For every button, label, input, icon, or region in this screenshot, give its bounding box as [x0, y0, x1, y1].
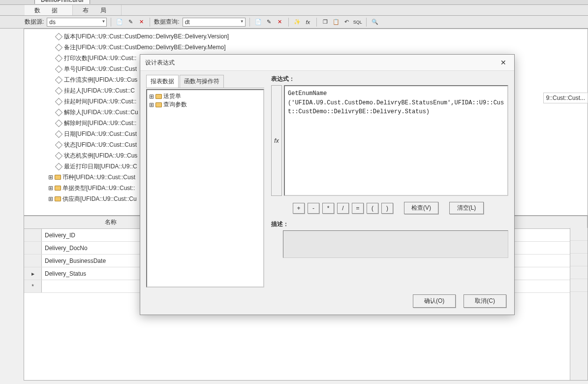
tree-label: 挂起人[UFIDA::U9::Cust::C: [64, 85, 135, 96]
separator: [366, 18, 367, 27]
op-mul[interactable]: *: [322, 203, 334, 214]
diamond-icon: [55, 87, 63, 95]
expr-label: 表达式：: [271, 75, 508, 83]
tree-label: 解除时间[UFIDA::U9::Cust::: [64, 118, 136, 128]
main-tabs: 数 据 布 局: [0, 5, 588, 16]
folder-icon: [55, 186, 61, 191]
toolbar: 数据源: ds ▼ 📄 ✎ ✕ 数据查询: dt ▼ 📄 ✎ ✕ ✨ fx ❐ …: [0, 16, 588, 29]
ok-button[interactable]: 确认(O): [413, 294, 456, 308]
delete2-icon[interactable]: ✕: [276, 18, 284, 27]
expand-icon[interactable]: ⊞: [149, 101, 154, 108]
row-selector[interactable]: [24, 242, 42, 254]
dialog-title: 设计表达式: [145, 59, 175, 67]
tab-data[interactable]: 数 据: [25, 5, 73, 15]
fx-icon[interactable]: fx: [304, 18, 312, 27]
new-icon[interactable]: 📄: [115, 18, 124, 27]
tree-label: 币种[UFIDA::U9::Cust::Cust: [62, 172, 135, 183]
edit2-icon[interactable]: ✎: [265, 18, 274, 27]
expand-icon[interactable]: ⊞: [48, 172, 53, 183]
expression-dialog: 设计表达式 ✕ 报表数据 函数与操作符 ⊞ 送货单 ⊞ 查询参数: [140, 54, 515, 315]
close-icon[interactable]: ✕: [497, 58, 509, 67]
dlg-tab-func[interactable]: 函数与操作符: [180, 75, 224, 88]
separator: [111, 18, 111, 27]
diamond-icon: [55, 130, 63, 138]
tree-label: 状态[UFIDA::U9::Cust::Cust: [64, 139, 137, 150]
dlg-tree-item[interactable]: 送货单: [163, 92, 181, 100]
separator: [288, 18, 289, 27]
op-lpar[interactable]: (: [367, 203, 378, 214]
diamond-icon: [55, 141, 63, 149]
tree-label: 版本[UFIDA::U9::Cust::CustDemo::DelivryBE:…: [64, 31, 229, 42]
dq-label: 数据查询:: [154, 18, 179, 26]
dlg-tree[interactable]: ⊞ 送货单 ⊞ 查询参数: [146, 89, 264, 288]
clear-button[interactable]: 清空(L): [449, 202, 484, 214]
diamond-icon: [55, 119, 63, 127]
diamond-icon: [55, 54, 63, 62]
op-eq[interactable]: =: [352, 203, 364, 214]
paste-icon[interactable]: 📋: [332, 18, 340, 27]
ds-value: ds: [49, 19, 56, 26]
op-div[interactable]: /: [337, 203, 349, 214]
tree-label: 打印次数[UFIDA::U9::Cust::: [64, 53, 136, 64]
op-plus[interactable]: +: [293, 203, 305, 214]
tree-item[interactable]: 版本[UFIDA::U9::Cust::CustDemo::DelivryBE:…: [27, 31, 585, 42]
fx-button[interactable]: fx: [271, 85, 282, 196]
cancel-button[interactable]: 取消(C): [464, 294, 506, 308]
diamond-icon: [55, 162, 63, 170]
wand-icon[interactable]: ✨: [293, 18, 302, 27]
folder-icon: [155, 102, 162, 107]
row-selector[interactable]: [24, 255, 42, 267]
diamond-icon: [55, 152, 63, 160]
file-tab[interactable]: DemoPrint.urdl: [34, 0, 90, 4]
sql-icon[interactable]: SQL: [353, 18, 362, 27]
dlg-tab-data[interactable]: 报表数据: [146, 75, 179, 88]
separator: [249, 18, 250, 27]
tree-item[interactable]: 备注[UFIDA::U9::Cust::CustDemo::DelivryBE:…: [27, 42, 585, 53]
row-selector-new[interactable]: *: [24, 280, 42, 292]
diamond-icon: [55, 97, 63, 105]
row-selector[interactable]: ▸: [24, 267, 42, 280]
copy-icon[interactable]: ❐: [321, 18, 330, 27]
row-selector[interactable]: [24, 229, 42, 241]
desc-label: 描述：: [271, 220, 508, 228]
tree-label: 解除人[UFIDA::U9::Cust::Cu: [64, 107, 138, 118]
zoom-icon[interactable]: 🔍: [371, 18, 379, 27]
tree-label: 挂起时间[UFIDA::U9::Cust::: [64, 96, 136, 107]
expand-icon[interactable]: ⊞: [48, 193, 53, 204]
chevron-down-icon: ▼: [101, 19, 105, 24]
tree-label: 供应商[UFIDA::U9::Cust::Cu: [62, 193, 137, 204]
tree-label: 状态机实例[UFIDA::U9::Cus: [64, 150, 137, 161]
chevron-down-icon: ▼: [240, 19, 244, 24]
ds-label: 数据源:: [25, 18, 44, 26]
separator: [150, 18, 150, 27]
diamond-icon: [55, 32, 63, 40]
op-minus[interactable]: -: [308, 203, 319, 214]
tree-label: 工作流实例[UFIDA::U9::Cus: [64, 74, 137, 85]
expand-icon[interactable]: ⊞: [48, 183, 53, 193]
separator: [316, 18, 317, 27]
delete-icon[interactable]: ✕: [137, 18, 146, 27]
tree-label: 单号[UFIDA::U9::Cust::Cust: [64, 64, 137, 74]
folder-icon: [55, 175, 61, 180]
expand-icon[interactable]: ⊞: [149, 93, 154, 100]
dialog-titlebar: 设计表达式 ✕: [140, 55, 514, 71]
check-button[interactable]: 检查(V): [404, 202, 438, 214]
dq-combo[interactable]: dt ▼: [183, 18, 246, 27]
new2-icon[interactable]: 📄: [254, 18, 263, 27]
desc-box: [283, 230, 508, 258]
dlg-tree-item[interactable]: 查询参数: [163, 100, 187, 109]
ds-combo[interactable]: ds ▼: [47, 18, 107, 27]
diamond-icon: [55, 43, 63, 51]
folder-icon: [155, 94, 162, 99]
op-rpar[interactable]: ): [381, 203, 393, 214]
folder-icon: [55, 196, 61, 201]
diamond-icon: [55, 108, 63, 116]
tab-layout[interactable]: 布 局: [73, 5, 121, 15]
edit-icon[interactable]: ✎: [126, 18, 135, 27]
undo-icon[interactable]: ↶: [342, 18, 351, 27]
tree-label: 备注[UFIDA::U9::Cust::CustDemo::DelivryBE:…: [64, 42, 226, 53]
tree-label: 单据类型[UFIDA::U9::Cust::: [62, 183, 135, 193]
diamond-icon: [55, 65, 63, 73]
expression-input[interactable]: [284, 85, 508, 196]
tree-label: 日期[UFIDA::U9::Cust::Cust: [64, 128, 137, 139]
